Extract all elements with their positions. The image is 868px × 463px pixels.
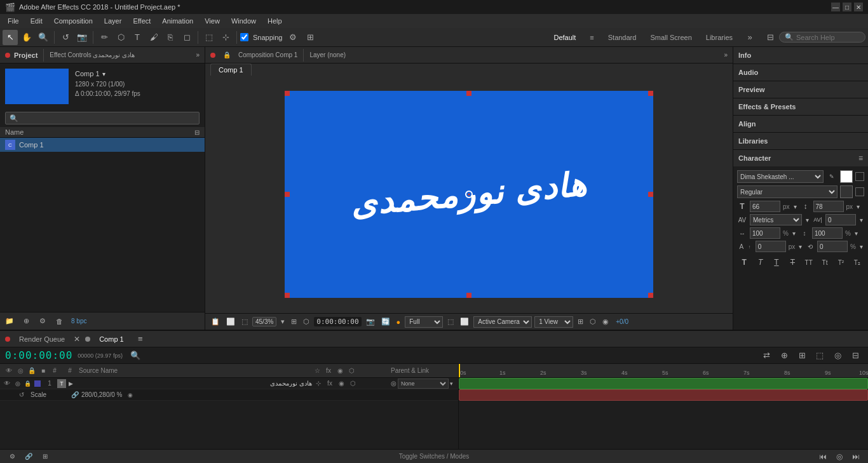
character-menu-btn[interactable]: ≡ [858, 154, 863, 163]
handle-top-center[interactable] [466, 91, 471, 96]
toggle-transparency-btn[interactable]: ⬜ [224, 317, 237, 326]
new-comp-btn[interactable]: ⊕ [19, 315, 33, 328]
maximize-button[interactable]: □ [843, 3, 851, 11]
play-from-start[interactable]: ⏮ [816, 450, 830, 463]
handle-mid-left[interactable] [285, 192, 290, 197]
stroke-swatch[interactable] [855, 172, 864, 181]
camera-select[interactable]: Active Camera [473, 316, 532, 328]
tsuki-up[interactable]: ▾ [858, 243, 864, 250]
region-btn[interactable]: ⬚ [240, 317, 250, 326]
layer-expand-btn[interactable]: ▶ [69, 380, 73, 387]
workspace-standard[interactable]: Standard [604, 32, 641, 43]
font-size-field[interactable] [750, 201, 780, 212]
caps-btn[interactable]: TT [802, 255, 816, 270]
comp-expand-btn[interactable]: » [724, 51, 728, 58]
comp-lock-btn[interactable]: 🔒 [219, 48, 234, 63]
comp-timeline-tab[interactable]: Comp 1 [95, 334, 128, 344]
color-picker-btn[interactable]: ● [395, 318, 403, 326]
project-expand-btn[interactable]: » [196, 51, 200, 58]
menu-effect[interactable]: Effect [128, 16, 156, 26]
menu-edit[interactable]: Edit [25, 16, 48, 26]
snap-options[interactable]: ⚙ [285, 30, 301, 45]
timeline-ctrl-4[interactable]: ⬚ [812, 348, 827, 363]
camera-tool[interactable]: 📷 [74, 30, 90, 45]
shape-tool[interactable]: ⬚ [201, 30, 217, 45]
close-button[interactable]: ✕ [854, 3, 863, 11]
font-size-up[interactable]: ▾ [792, 203, 798, 210]
switch-fx[interactable]: ◉ [336, 380, 346, 387]
vert-scale-field[interactable] [812, 227, 843, 239]
scale-stopwatch[interactable]: ◉ [128, 392, 133, 398]
view-options-btn[interactable]: ⊞ [576, 317, 585, 326]
col-label[interactable]: # [50, 367, 60, 374]
clone-tool[interactable]: ⎘ [163, 30, 178, 45]
tracking-up[interactable]: ▾ [858, 217, 864, 224]
timeline-settings-btn[interactable]: ⚙ [5, 450, 19, 463]
minimize-button[interactable]: — [831, 3, 840, 11]
timeline-link-btn[interactable]: 🔗 [22, 450, 36, 463]
preview-section-header[interactable]: Preview [733, 81, 868, 98]
font-style-select[interactable]: Regular Bold Italic [737, 185, 837, 198]
3d-view-btn[interactable]: ⬡ [588, 317, 598, 326]
timeline-ctrl-6[interactable]: ⊟ [848, 348, 863, 363]
workspace-libraries[interactable]: Libraries [702, 32, 737, 43]
switch-3d[interactable]: ⬡ [348, 380, 358, 387]
font-refresh-btn[interactable]: ✎ [826, 171, 837, 182]
strikethrough-btn[interactable]: T [785, 255, 799, 270]
baseline-up[interactable]: ▾ [797, 243, 803, 250]
toggle-mask-btn[interactable]: ⬡ [301, 317, 311, 326]
superscript-btn[interactable]: T² [834, 255, 848, 270]
timeline-menu-btn[interactable]: ≡ [133, 332, 148, 347]
col-solo[interactable]: ◎ [15, 367, 25, 374]
selection-tool[interactable]: ↖ [3, 30, 18, 45]
style-swatch[interactable] [840, 185, 853, 198]
timeline-ctrl-1[interactable]: ⇄ [759, 348, 774, 363]
puppet-tool[interactable]: ⊹ [218, 30, 233, 45]
handle-top-right[interactable] [648, 91, 653, 96]
layer-lock-btn[interactable]: 🔒 [24, 380, 32, 387]
search-input[interactable] [796, 34, 860, 41]
effects-presets-header[interactable]: Effects & Presets [733, 98, 868, 115]
workspace-default[interactable]: Default [549, 32, 580, 43]
character-section-header[interactable]: Character ≡ [733, 150, 868, 166]
snapping-checkbox[interactable] [240, 33, 248, 41]
vert-scale-up[interactable]: ▾ [853, 230, 859, 237]
track-clip-scale[interactable] [459, 389, 868, 401]
menu-composition[interactable]: Composition [49, 16, 98, 26]
menu-view[interactable]: View [200, 16, 225, 26]
mag-expand[interactable]: ▾ [279, 317, 287, 326]
parent-dropdown[interactable]: ▾ [450, 380, 453, 387]
render-queue-close[interactable]: ✕ [74, 335, 80, 344]
menu-window[interactable]: Window [226, 16, 261, 26]
layer-parent-select[interactable]: None [398, 379, 449, 389]
project-search-input[interactable] [5, 112, 200, 124]
layer-visibility-btn[interactable]: 👁 [4, 380, 14, 387]
timeline-graph-btn[interactable]: ⊞ [38, 450, 52, 463]
font-family-select[interactable]: Dima Shekasteh ... [737, 170, 824, 183]
new-folder-btn[interactable]: 📁 [3, 315, 17, 328]
view-select[interactable]: 1 View 2 Views [534, 316, 573, 328]
handle-bot-left[interactable] [285, 293, 290, 298]
tracking-field[interactable] [825, 214, 856, 225]
timeline-ctrl-3[interactable]: ⊞ [794, 348, 810, 363]
menu-file[interactable]: File [3, 16, 24, 26]
mask-tool[interactable]: ⬡ [113, 30, 128, 45]
show-snapshot-btn[interactable]: 🔄 [379, 317, 392, 326]
layer-row-1[interactable]: 👁 ◎ 🔒 1 T ▶ هادی نورمحمدی ⊹ fx ◉ ⬡ ◎ Non… [0, 378, 458, 389]
delete-btn[interactable]: 🗑 [52, 315, 66, 328]
switch-view[interactable]: ⊟ [763, 30, 778, 45]
menu-help[interactable]: Help [262, 16, 287, 26]
col-lock[interactable]: 🔒 [27, 367, 37, 374]
track-clip-1[interactable] [459, 378, 868, 389]
horz-scale-up[interactable]: ▾ [791, 230, 797, 237]
brush-tool[interactable]: 🖌 [146, 30, 161, 45]
resolution-select[interactable]: Full Half Quarter [405, 316, 443, 328]
baseline-field[interactable] [756, 241, 786, 252]
fast-preview-btn[interactable]: ⬚ [445, 317, 456, 326]
leading-field[interactable] [813, 201, 844, 212]
comp-viewport[interactable]: هادی نورمحمدی [205, 76, 733, 313]
bold-style-btn[interactable]: T [737, 255, 751, 270]
small-caps-btn[interactable]: Tt [818, 255, 832, 270]
col-3d[interactable]: ⬡ [346, 367, 356, 374]
handle-bot-center[interactable] [466, 293, 471, 298]
